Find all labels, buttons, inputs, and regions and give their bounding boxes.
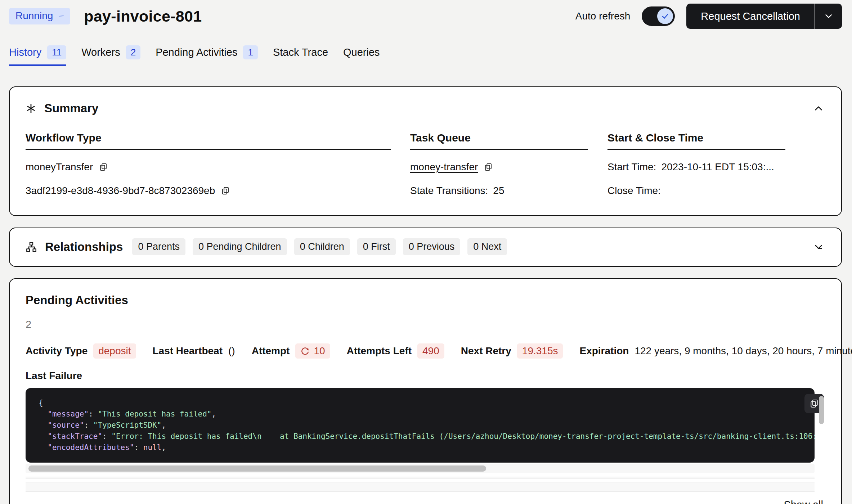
cancellation-menu-button[interactable] xyxy=(815,4,842,29)
request-cancellation-split-button: Request Cancellation xyxy=(686,4,842,29)
tab-history-count: 11 xyxy=(47,45,66,59)
copy-run-id-button[interactable] xyxy=(221,186,230,195)
previous-badge: 0 Previous xyxy=(403,238,461,255)
tab-workers[interactable]: Workers 2 xyxy=(81,45,140,66)
last-heartbeat-value: () xyxy=(228,345,235,357)
first-badge: 0 First xyxy=(357,238,396,255)
summary-collapse-button[interactable] xyxy=(812,102,825,114)
asterisk-icon xyxy=(26,103,36,114)
start-time-label: Start Time: xyxy=(607,161,656,173)
show-all-row: Show all xyxy=(26,499,823,504)
pending-children-badge: 0 Pending Children xyxy=(193,238,287,255)
code-horizontal-scrollbar xyxy=(26,464,815,473)
status-badge: Running xyxy=(9,8,70,24)
relationships-expand-button[interactable] xyxy=(812,241,825,253)
attempt-value-badge: 10 xyxy=(295,343,330,359)
start-close-time-column: Start & Close Time Start Time: 2023-10-1… xyxy=(607,132,785,197)
task-queue-link[interactable]: money-transfer xyxy=(410,161,478,173)
next-badge: 0 Next xyxy=(467,238,507,255)
check-icon xyxy=(661,12,669,21)
copy-icon xyxy=(484,162,493,172)
state-transitions-value: 25 xyxy=(493,185,504,197)
expiration-value: 122 years, 9 months, 10 days, 20 hours, … xyxy=(634,345,852,357)
tab-stack-trace-label: Stack Trace xyxy=(273,46,328,58)
activity-type-field: Activity Type deposit xyxy=(26,343,136,359)
start-time-value: 2023-10-11 EDT 15:03:... xyxy=(661,161,774,173)
page-title: pay-invoice-801 xyxy=(84,8,202,25)
summary-title: Summary xyxy=(44,102,98,115)
task-queue-column: Task Queue money-transfer State Transiti… xyxy=(410,132,588,197)
collapsed-activity-row xyxy=(26,477,815,479)
pending-activities-count: 2 xyxy=(26,319,825,330)
activity-type-value-badge: deposit xyxy=(93,343,136,359)
last-heartbeat-label: Last Heartbeat xyxy=(153,345,223,357)
relationships-card: Relationships 0 Parents 0 Pending Childr… xyxy=(9,228,842,267)
pending-activity-fields: Activity Type deposit Last Heartbeat () … xyxy=(26,343,825,359)
chevron-down-icon xyxy=(823,11,834,22)
copy-workflow-type-button[interactable] xyxy=(99,162,108,172)
attempt-label: Attempt xyxy=(252,345,290,357)
header-actions: Auto refresh Request Cancellation xyxy=(575,4,842,29)
tab-history[interactable]: History 11 xyxy=(9,45,66,66)
tab-workers-count: 2 xyxy=(126,45,140,59)
workflow-header: Running pay-invoice-801 Auto refresh Req… xyxy=(9,0,842,25)
tab-queries[interactable]: Queries xyxy=(343,45,380,66)
activity-type-label: Activity Type xyxy=(26,345,88,357)
request-cancellation-label: Request Cancellation xyxy=(701,10,800,22)
attempt-field: Attempt 10 xyxy=(252,343,330,359)
request-cancellation-button[interactable]: Request Cancellation xyxy=(686,4,815,29)
tab-pending-activities-label: Pending Activities xyxy=(156,46,237,58)
children-badge: 0 Children xyxy=(294,238,350,255)
next-retry-value-badge: 19.315s xyxy=(517,343,563,359)
relationship-badges: 0 Parents 0 Pending Children 0 Children … xyxy=(132,238,507,255)
tab-history-label: History xyxy=(9,46,41,58)
copy-task-queue-button[interactable] xyxy=(484,162,493,172)
attempts-left-label: Attempts Left xyxy=(347,345,412,357)
tab-pending-activities-count: 1 xyxy=(243,45,257,59)
summary-card: Summary Workflow Type moneyTransfer 3adf… xyxy=(9,86,842,216)
attempts-left-value-badge: 490 xyxy=(417,343,444,359)
relationships-title: Relationships xyxy=(45,240,123,254)
copy-icon xyxy=(221,186,230,195)
toggle-knob xyxy=(657,8,673,24)
auto-refresh-toggle[interactable] xyxy=(642,6,675,26)
detail-tabs: History 11 Workers 2 Pending Activities … xyxy=(9,45,842,66)
run-id-value: 3adf2199-e3d8-4936-9bd7-8c87302369eb xyxy=(26,185,215,197)
chevron-down-icon xyxy=(812,241,825,253)
tab-queries-label: Queries xyxy=(343,46,380,58)
show-all-link[interactable]: Show all xyxy=(784,499,823,504)
horizontal-scrollbar-thumb[interactable] xyxy=(28,465,486,472)
attempts-left-field: Attempts Left 490 xyxy=(347,343,444,359)
pending-activities-card: Pending Activities 2 Activity Type depos… xyxy=(9,278,842,504)
code-vertical-scrollbar[interactable] xyxy=(819,396,824,424)
chevron-up-icon xyxy=(812,102,825,114)
hierarchy-icon xyxy=(26,241,37,253)
attempt-count: 10 xyxy=(314,345,325,357)
pending-activities-title: Pending Activities xyxy=(26,293,825,307)
workflow-type-column: Workflow Type moneyTransfer 3adf2199-e3d… xyxy=(26,132,391,197)
last-failure-label: Last Failure xyxy=(26,370,825,382)
retry-icon xyxy=(300,346,310,356)
tab-pending-activities[interactable]: Pending Activities 1 xyxy=(156,45,258,66)
expiration-field: Expiration 122 years, 9 months, 10 days,… xyxy=(579,345,852,357)
state-transitions-label: State Transitions: xyxy=(410,185,488,197)
copy-icon xyxy=(99,162,108,172)
summary-card-header: Summary xyxy=(26,102,825,115)
tab-workers-label: Workers xyxy=(81,46,120,58)
next-retry-field: Next Retry 19.315s xyxy=(461,343,563,359)
collapsed-activity-row xyxy=(26,482,815,492)
last-heartbeat-field: Last Heartbeat () xyxy=(153,345,235,357)
parents-badge: 0 Parents xyxy=(132,238,185,255)
start-close-time-header: Start & Close Time xyxy=(607,132,785,150)
workflow-type-value: moneyTransfer xyxy=(26,161,93,173)
workflow-type-header: Workflow Type xyxy=(26,132,391,150)
expiration-label: Expiration xyxy=(579,345,629,357)
status-indicator-icon xyxy=(59,15,64,17)
tab-stack-trace[interactable]: Stack Trace xyxy=(273,45,328,66)
next-retry-label: Next Retry xyxy=(461,345,511,357)
close-time-label: Close Time: xyxy=(607,185,661,197)
last-failure-code-area: { "message": "This deposit has failed", … xyxy=(26,388,825,463)
summary-columns: Workflow Type moneyTransfer 3adf2199-e3d… xyxy=(26,132,825,197)
code-content: { "message": "This deposit has failed", … xyxy=(26,388,815,463)
auto-refresh-label: Auto refresh xyxy=(575,10,631,22)
